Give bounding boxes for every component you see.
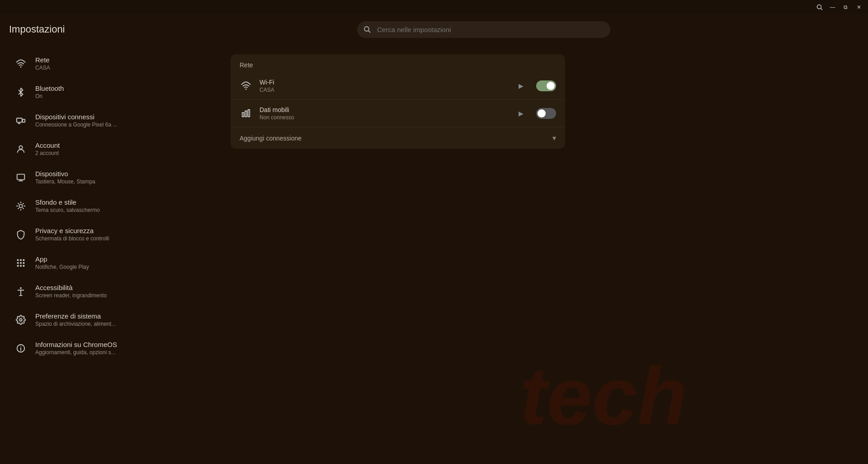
info-icon bbox=[14, 342, 27, 355]
sidebar-item-account[interactable]: Account 2 account bbox=[4, 135, 213, 163]
svg-point-2 bbox=[364, 27, 369, 31]
app-icon bbox=[14, 257, 27, 269]
sidebar-item-accessibilita-text: Accessibilità Screen reader, ingrandimen… bbox=[35, 284, 107, 299]
svg-point-4 bbox=[20, 66, 22, 67]
wifi-icon bbox=[14, 57, 27, 70]
svg-rect-5 bbox=[17, 118, 22, 122]
wifi-arrow-icon: ▶ bbox=[519, 82, 524, 89]
sidebar-item-dispositivi-connessi[interactable]: Dispositivi connessi Connessione a Googl… bbox=[4, 107, 213, 134]
wifi-network-icon bbox=[240, 80, 252, 92]
svg-line-3 bbox=[368, 31, 370, 33]
mobile-data-arrow-icon: ▶ bbox=[519, 110, 524, 117]
sidebar-item-rete[interactable]: Rete CASA bbox=[4, 50, 213, 77]
app-title: Impostazioni bbox=[9, 23, 108, 35]
svg-rect-16 bbox=[23, 259, 25, 261]
maximize-button[interactable]: ⧉ bbox=[840, 2, 851, 12]
bluetooth-icon bbox=[14, 86, 27, 98]
add-connection-item[interactable]: Aggiungi connessione ▾ bbox=[231, 127, 565, 149]
add-connection-label: Aggiungi connessione bbox=[240, 135, 302, 142]
svg-point-24 bbox=[19, 319, 22, 321]
search-bar bbox=[357, 21, 610, 38]
svg-rect-17 bbox=[17, 262, 19, 264]
sidebar-item-dispositivi-text: Dispositivi connessi Connessione a Googl… bbox=[35, 113, 117, 128]
svg-point-9 bbox=[19, 145, 22, 149]
accessibility-icon bbox=[14, 285, 27, 298]
svg-rect-15 bbox=[20, 259, 22, 261]
sidebar-item-privacy-sicurezza[interactable]: Privacy e sicurezza Schermata di blocco … bbox=[4, 220, 213, 248]
zoom-button[interactable] bbox=[814, 2, 825, 12]
mobile-data-text: Dati mobili Non connesso bbox=[259, 106, 511, 121]
network-item-dati-mobili[interactable]: Dati mobili Non connesso ▶ bbox=[231, 100, 565, 127]
privacy-icon bbox=[14, 228, 27, 241]
svg-rect-20 bbox=[17, 265, 19, 267]
content: Rete CASA Bluetooth On bbox=[0, 45, 868, 464]
section-title: Rete bbox=[231, 54, 565, 72]
search-input[interactable] bbox=[357, 21, 610, 38]
settings-icon bbox=[14, 314, 27, 326]
wifi-toggle[interactable] bbox=[536, 80, 556, 91]
sidebar-item-bluetooth[interactable]: Bluetooth On bbox=[4, 78, 213, 106]
account-icon bbox=[14, 143, 27, 155]
network-section-card: Rete Wi-Fi CASA ▶ bbox=[231, 54, 565, 149]
sidebar-item-chromeos-text: Informazioni su ChromeOS Aggiornamenti, … bbox=[35, 341, 117, 356]
titlebar: — ⧉ ✕ bbox=[814, 0, 868, 14]
svg-rect-6 bbox=[23, 119, 25, 122]
svg-point-23 bbox=[20, 287, 22, 289]
svg-rect-10 bbox=[17, 174, 25, 179]
svg-point-13 bbox=[19, 204, 22, 207]
sidebar-item-sfondo-stile[interactable]: Sfondo e stile Tema scuro, salvaschermo bbox=[4, 192, 213, 220]
devices-icon bbox=[14, 114, 27, 127]
wifi-text: Wi-Fi CASA bbox=[259, 79, 511, 93]
app-window: Impostazioni bbox=[0, 14, 868, 464]
network-item-wifi[interactable]: Wi-Fi CASA ▶ bbox=[231, 72, 565, 100]
mobile-data-toggle[interactable] bbox=[536, 108, 556, 119]
sidebar-item-privacy-text: Privacy e sicurezza Schermata di blocco … bbox=[35, 227, 109, 242]
header: Impostazioni bbox=[0, 14, 868, 45]
sidebar-item-preferenze-text: Preferenze di sistema Spazio di archivia… bbox=[35, 312, 116, 327]
svg-point-27 bbox=[20, 346, 21, 347]
svg-rect-14 bbox=[17, 259, 19, 261]
main-panel: Rete Wi-Fi CASA ▶ bbox=[217, 45, 868, 464]
sidebar-item-dispositivo-text: Dispositivo Tastiera, Mouse, Stampa bbox=[35, 170, 95, 185]
svg-rect-21 bbox=[20, 265, 22, 267]
svg-point-0 bbox=[817, 5, 821, 9]
sidebar-item-sfondo-text: Sfondo e stile Tema scuro, salvaschermo bbox=[35, 198, 100, 213]
svg-line-1 bbox=[821, 9, 822, 10]
search-icon bbox=[363, 26, 371, 33]
sidebar-item-dispositivo[interactable]: Dispositivo Tastiera, Mouse, Stampa bbox=[4, 164, 213, 191]
svg-rect-19 bbox=[23, 262, 25, 264]
sidebar-item-app-text: App Notifiche, Google Play bbox=[35, 255, 89, 270]
style-icon bbox=[14, 200, 27, 212]
sidebar-item-account-text: Account 2 account bbox=[35, 141, 60, 156]
sidebar: Rete CASA Bluetooth On bbox=[0, 45, 217, 464]
device-icon bbox=[14, 171, 27, 184]
sidebar-item-informazioni-chromeos[interactable]: Informazioni su ChromeOS Aggiornamenti, … bbox=[4, 334, 213, 362]
sidebar-item-accessibilita[interactable]: Accessibilità Screen reader, ingrandimen… bbox=[4, 277, 213, 305]
sidebar-item-rete-text: Rete CASA bbox=[35, 56, 50, 71]
sidebar-item-app[interactable]: App Notifiche, Google Play bbox=[4, 249, 213, 277]
close-button[interactable]: ✕ bbox=[853, 2, 864, 12]
sidebar-item-bluetooth-text: Bluetooth On bbox=[35, 84, 64, 99]
mobile-data-icon bbox=[240, 107, 252, 120]
svg-rect-18 bbox=[20, 262, 22, 264]
sidebar-item-preferenze-sistema[interactable]: Preferenze di sistema Spazio di archivia… bbox=[4, 306, 213, 333]
minimize-button[interactable]: — bbox=[827, 2, 838, 12]
svg-point-28 bbox=[245, 89, 247, 90]
chevron-down-icon: ▾ bbox=[552, 134, 556, 142]
svg-rect-22 bbox=[23, 265, 25, 267]
